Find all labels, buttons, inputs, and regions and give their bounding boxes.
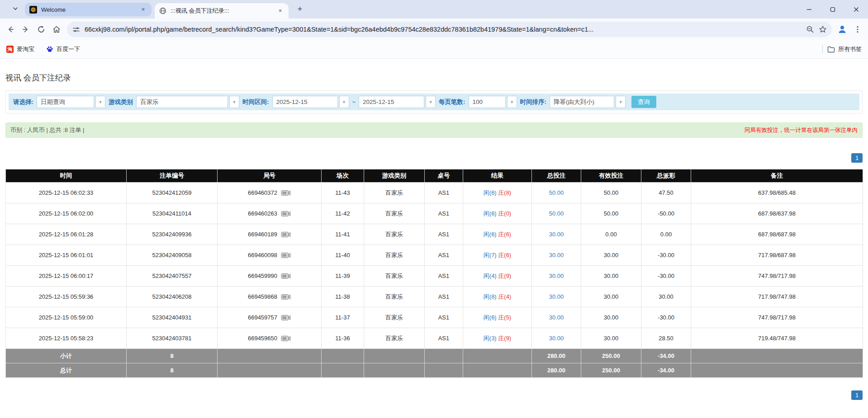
cell-note: 717.98/687.98 xyxy=(691,245,863,266)
total-bet-link[interactable]: 30.00 xyxy=(549,252,564,258)
chevron-down-icon[interactable]: ▼ xyxy=(229,96,239,108)
total-bet-link[interactable]: 50.00 xyxy=(549,210,564,217)
foot-total-bet: 280.00 xyxy=(532,349,581,363)
cell-round: 669459650 xyxy=(218,328,322,349)
foot-empty xyxy=(691,349,863,363)
column-header: 有效投注 xyxy=(581,169,641,183)
game-type-select[interactable]: 百家乐 ▼ xyxy=(136,96,239,108)
close-icon[interactable]: × xyxy=(139,6,147,14)
cell-payout: 47.50 xyxy=(641,183,691,203)
result-player: 闲(8) xyxy=(484,293,497,300)
result-banker: 庄(6) xyxy=(498,252,511,258)
round-video-button[interactable] xyxy=(281,293,291,301)
cell-game: 百家乐 xyxy=(364,307,425,328)
foot-label: 总计 xyxy=(6,363,127,378)
date-to-select[interactable]: 2025-12-15 ▼ xyxy=(359,96,436,108)
site-info-icon[interactable] xyxy=(72,26,80,33)
cell-table-no: AS1 xyxy=(425,245,463,266)
total-bet-link[interactable]: 30.00 xyxy=(549,314,564,321)
cell-payout: -30.00 xyxy=(641,307,691,328)
maximize-button[interactable] xyxy=(821,0,844,19)
reload-icon[interactable] xyxy=(33,22,49,37)
cell-bet-id: 523042409058 xyxy=(127,245,218,266)
cell-note: 687.98/637.98 xyxy=(691,203,863,224)
bookmark-taobao[interactable]: 淘 爱淘宝 xyxy=(6,45,34,53)
date-from-select[interactable]: 2025-12-15 ▼ xyxy=(272,96,349,108)
cell-game: 百家乐 xyxy=(364,245,425,266)
cell-time: 2025-12-15 06:00:17 xyxy=(6,266,127,286)
query-type-select[interactable]: 日期查询 ▼ xyxy=(37,96,105,108)
cell-result: 闲(3) 庄(9) xyxy=(463,328,532,349)
round-number: 669459757 xyxy=(248,314,277,321)
zoom-out-icon[interactable] xyxy=(804,22,816,37)
page-1-button[interactable]: 1 xyxy=(851,153,863,163)
close-icon[interactable]: × xyxy=(276,7,284,15)
cell-session: 11-42 xyxy=(322,203,364,224)
url-text[interactable]: 66cxkj98.com/ipl/portal.php/game/betreco… xyxy=(85,26,804,33)
per-page-select[interactable]: 100 ▼ xyxy=(469,96,517,108)
total-bet-link[interactable]: 30.00 xyxy=(549,335,564,342)
close-window-button[interactable] xyxy=(844,0,868,19)
chevron-down-icon[interactable]: ▼ xyxy=(616,96,626,108)
result-banker: 庄(9) xyxy=(498,272,511,279)
foot-empty xyxy=(691,363,863,378)
foot-count: 8 xyxy=(127,363,218,378)
round-video-button[interactable] xyxy=(281,335,291,342)
round-number: 669459868 xyxy=(248,293,277,300)
tab-betrecord[interactable]: :::视讯 会员下注纪录::: × xyxy=(155,3,289,19)
cell-valid-bet: 30.00 xyxy=(581,328,641,349)
round-video-button[interactable] xyxy=(281,189,291,197)
round-video-button[interactable] xyxy=(281,231,291,238)
cell-bet-id: 523042407557 xyxy=(127,266,218,286)
round-video-button[interactable] xyxy=(281,272,291,280)
time-sort-select[interactable]: 降幂(由大到小) ▼ xyxy=(550,96,626,108)
foot-empty xyxy=(364,349,425,363)
profile-avatar[interactable] xyxy=(835,22,850,37)
subtotal-row: 小计8280.00250.00-34.00 xyxy=(6,349,863,363)
forward-icon[interactable] xyxy=(18,22,33,37)
round-video-button[interactable] xyxy=(281,210,291,217)
cell-round: 669460189 xyxy=(218,224,322,245)
warning-note-text: 同局有效投注，统一计算在该局第一张注单内 xyxy=(745,127,858,134)
page-1-button[interactable]: 1 xyxy=(851,390,863,400)
chevron-down-icon[interactable] xyxy=(12,6,19,13)
cell-note: 717.98/747.98 xyxy=(691,286,863,307)
minimize-button[interactable] xyxy=(797,0,821,19)
cell-time: 2025-12-15 06:01:01 xyxy=(6,245,127,266)
round-video-button[interactable] xyxy=(281,314,291,321)
home-icon[interactable] xyxy=(49,22,64,37)
page-title: 视讯 会员下注纪录 xyxy=(5,72,863,83)
cell-payout: 30.00 xyxy=(641,286,691,307)
round-video-button[interactable] xyxy=(281,252,291,259)
chevron-down-icon[interactable]: ▼ xyxy=(339,96,349,108)
cell-total-bet: 30.00 xyxy=(532,224,581,245)
cell-round: 669459868 xyxy=(218,286,322,307)
total-bet-link[interactable]: 30.00 xyxy=(549,293,564,300)
total-bet-link[interactable]: 50.00 xyxy=(549,189,564,196)
cell-bet-id: 523042411014 xyxy=(127,203,218,224)
total-bet-link[interactable]: 30.00 xyxy=(549,231,564,238)
chevron-down-icon[interactable]: ▼ xyxy=(426,96,436,108)
search-button[interactable]: 查询 xyxy=(631,96,656,108)
tab-strip: Welcome × :::视讯 会员下注纪录::: × + xyxy=(0,0,868,19)
chevron-down-icon[interactable]: ▼ xyxy=(507,96,517,108)
address-bar[interactable]: 66cxkj98.com/ipl/portal.php/game/betreco… xyxy=(67,22,832,37)
chevron-down-icon[interactable]: ▼ xyxy=(95,96,105,108)
table-row: 2025-12-15 05:58:23523042403781669459650… xyxy=(6,328,863,349)
table-row: 2025-12-15 06:01:01523042409058669460098… xyxy=(6,245,863,266)
total-bet-link[interactable]: 30.00 xyxy=(549,272,564,279)
foot-empty xyxy=(322,349,364,363)
tab-welcome[interactable]: Welcome × xyxy=(25,3,152,16)
bookmark-baidu[interactable]: 百度一下 xyxy=(46,45,80,53)
menu-kebab-icon[interactable] xyxy=(850,22,865,37)
new-tab-button[interactable]: + xyxy=(295,5,305,14)
bookmark-star-icon[interactable] xyxy=(816,22,829,37)
all-bookmarks-button[interactable]: 所有书签 xyxy=(827,45,862,53)
back-icon[interactable] xyxy=(3,22,18,37)
video-icon xyxy=(281,231,291,238)
cell-payout: -50.00 xyxy=(641,203,691,224)
table-row: 2025-12-15 05:59:00523042404931669459757… xyxy=(6,307,863,328)
result-player: 闲(6) xyxy=(484,314,497,321)
cell-note: 687.98/687.98 xyxy=(691,224,863,245)
result-player: 闲(7) xyxy=(484,252,497,258)
